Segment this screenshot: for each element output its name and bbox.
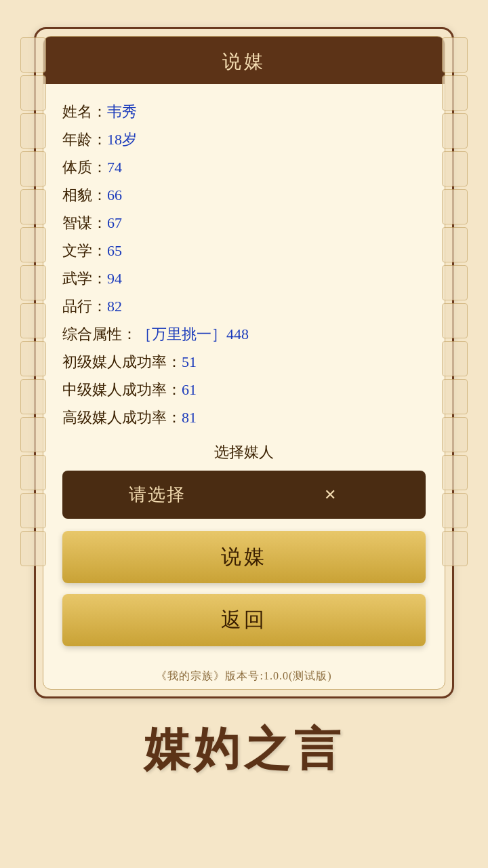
conduct-value: 82 [107,298,122,315]
back-button[interactable]: 返回 [62,594,426,646]
physique-label: 体质： [62,159,107,176]
left-tiles [20,37,46,566]
stat-literature: 文学：65 [62,239,426,262]
composite-label: 综合属性： [62,326,137,342]
inner-card: 说媒 姓名：韦秀 年龄：18岁 体质：74 相貌：66 智谋：67 文学：65 … [43,36,445,690]
literature-label: 文学： [62,242,107,259]
outer-frame: 说媒 姓名：韦秀 年龄：18岁 体质：74 相貌：66 智谋：67 文学：65 … [34,27,454,698]
senior-value: 81 [182,409,197,426]
age-label: 年龄： [62,131,107,148]
card-body: 姓名：韦秀 年龄：18岁 体质：74 相貌：66 智谋：67 文学：65 武学：… [43,84,445,660]
strategy-label: 智谋： [62,214,107,231]
version-text: 《我的宗族》版本号:1.0.0(测试版) [43,660,445,689]
composite-value: 448 [226,326,249,342]
select-label: 选择媒人 [62,442,426,462]
stat-martial: 武学：94 [62,267,426,290]
stat-appearance: 相貌：66 [62,184,426,206]
appearance-label: 相貌： [62,186,107,203]
mid-value: 61 [182,381,197,398]
stat-name: 姓名：韦秀 [62,100,426,123]
name-label: 姓名： [62,103,107,120]
dialog-title: 说媒 [43,37,445,84]
stat-conduct: 品行：82 [62,295,426,317]
junior-value: 51 [182,353,197,370]
close-icon: ✕ [247,486,415,504]
martial-value: 94 [107,270,122,287]
right-tiles [442,37,468,566]
stat-physique: 体质：74 [62,156,426,178]
senior-label: 高级媒人成功率： [62,409,182,426]
matchmaker-select[interactable]: 请选择 ✕ [62,471,426,519]
martial-label: 武学： [62,270,107,287]
junior-label: 初级媒人成功率： [62,353,182,370]
appearance-value: 66 [107,186,122,203]
mid-label: 中级媒人成功率： [62,381,182,398]
conduct-label: 品行： [62,298,107,315]
stat-composite: 综合属性：［万里挑一］448 [62,323,426,345]
stat-mid: 中级媒人成功率：61 [62,378,426,401]
composite-bracket: ［万里挑一］ [137,326,226,342]
strategy-value: 67 [107,214,122,231]
physique-value: 74 [107,159,122,176]
select-placeholder: 请选择 [73,483,241,507]
stat-strategy: 智谋：67 [62,212,426,234]
matchmake-button[interactable]: 说媒 [62,531,426,583]
literature-value: 65 [107,242,122,259]
stat-senior: 高级媒人成功率：81 [62,406,426,429]
stat-junior: 初级媒人成功率：51 [62,351,426,373]
name-value: 韦秀 [107,103,137,120]
stat-age: 年龄：18岁 [62,128,426,151]
bottom-title: 媒妁之言 [144,719,344,781]
age-value: 18岁 [107,131,137,148]
